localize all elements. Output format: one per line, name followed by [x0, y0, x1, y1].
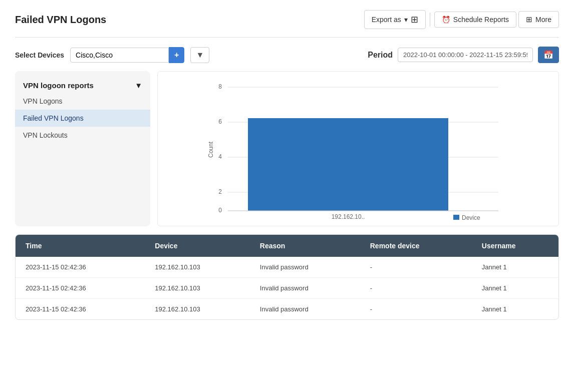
sidebar-collapse-icon: ▼	[135, 81, 142, 90]
cell-remote-device: -	[360, 278, 472, 299]
device-input-wrapper: +	[70, 47, 184, 63]
table-header-row: Time Device Reason Remote device Usernam…	[16, 235, 558, 257]
svg-text:192.162.10..: 192.162.10..	[332, 213, 365, 220]
sidebar-item-vpn-logons[interactable]: VPN Logons	[15, 93, 150, 110]
schedule-reports-label: Schedule Reports	[453, 16, 509, 24]
chart-container: 8 6 4 2 0 Count	[168, 80, 548, 220]
period-wrapper: Period 📅	[368, 47, 559, 63]
filter-icon: ▼	[196, 51, 204, 59]
col-time: Time	[16, 235, 145, 257]
chart-svg: 8 6 4 2 0 Count	[168, 80, 548, 220]
svg-text:Device: Device	[462, 214, 480, 220]
svg-rect-13	[453, 215, 459, 220]
add-device-button[interactable]: +	[169, 47, 184, 63]
chart-bar	[248, 118, 448, 211]
sidebar-item-failed-vpn-logons[interactable]: Failed VPN Logons	[15, 110, 150, 127]
col-remote-device: Remote device	[360, 235, 472, 257]
cell-device: 192.162.10.103	[145, 257, 250, 278]
sidebar-section-title: VPN logoon reports	[23, 81, 94, 90]
svg-text:0: 0	[218, 207, 222, 214]
device-input[interactable]	[70, 48, 169, 63]
table-row: 2023-11-15 02:42:36 192.162.10.103 Inval…	[16, 257, 558, 278]
table-row: 2023-11-15 02:42:36 192.162.10.103 Inval…	[16, 299, 558, 320]
main-content: VPN logoon reports ▼ VPN Logons Failed V…	[15, 71, 559, 226]
svg-text:6: 6	[218, 118, 222, 125]
cell-username: Jannet 1	[472, 257, 558, 278]
sidebar-item-label: Failed VPN Logons	[23, 114, 84, 122]
select-devices-label: Select Devices	[15, 51, 64, 59]
schedule-reports-button[interactable]: ⏰ Schedule Reports	[434, 12, 516, 28]
cell-reason: Invalid password	[250, 278, 360, 299]
cell-time: 2023-11-15 02:42:36	[16, 257, 145, 278]
page-header: Failed VPN Logons Export as ▾ ⊞ ⏰ Schedu…	[15, 10, 559, 38]
export-icon: ⊞	[411, 14, 418, 25]
data-table: Time Device Reason Remote device Usernam…	[16, 235, 558, 319]
calendar-icon: 📅	[543, 51, 553, 59]
alarm-icon: ⏰	[442, 16, 450, 24]
cell-device: 192.162.10.103	[145, 278, 250, 299]
more-grid-icon: ⊞	[526, 15, 532, 24]
toolbar: Select Devices + ▼ Period 📅	[15, 47, 559, 63]
export-button[interactable]: Export as ▾ ⊞	[364, 10, 426, 29]
cell-username: Jannet 1	[472, 278, 558, 299]
sidebar: VPN logoon reports ▼ VPN Logons Failed V…	[15, 71, 150, 226]
period-label: Period	[368, 51, 393, 60]
cell-device: 192.162.10.103	[145, 299, 250, 320]
sidebar-item-label: VPN Logons	[23, 97, 63, 105]
cell-time: 2023-11-15 02:42:36	[16, 278, 145, 299]
col-device: Device	[145, 235, 250, 257]
sidebar-item-label: VPN Lockouts	[23, 131, 68, 139]
cell-remote-device: -	[360, 257, 472, 278]
col-username: Username	[472, 235, 558, 257]
svg-text:4: 4	[218, 153, 222, 160]
svg-text:8: 8	[218, 83, 222, 90]
cell-username: Jannet 1	[472, 299, 558, 320]
chart-area: 8 6 4 2 0 Count	[157, 71, 559, 226]
export-dropdown-icon: ▾	[404, 16, 408, 24]
page-title: Failed VPN Logons	[15, 14, 106, 26]
more-button[interactable]: ⊞ More	[518, 11, 559, 28]
cell-reason: Invalid password	[250, 299, 360, 320]
filter-button[interactable]: ▼	[190, 47, 209, 63]
sidebar-item-vpn-lockouts[interactable]: VPN Lockouts	[15, 127, 150, 144]
export-label: Export as	[372, 16, 401, 24]
table-row: 2023-11-15 02:42:36 192.162.10.103 Inval…	[16, 278, 558, 299]
svg-text:2: 2	[218, 188, 222, 195]
calendar-button[interactable]: 📅	[538, 47, 559, 63]
cell-reason: Invalid password	[250, 257, 360, 278]
cell-remote-device: -	[360, 299, 472, 320]
period-range-input[interactable]	[398, 48, 533, 62]
header-actions: Export as ▾ ⊞ ⏰ Schedule Reports ⊞ More	[364, 10, 559, 29]
col-reason: Reason	[250, 235, 360, 257]
header-divider	[430, 13, 430, 27]
sidebar-section-header[interactable]: VPN logoon reports ▼	[15, 78, 150, 93]
svg-text:Count: Count	[207, 141, 214, 158]
cell-time: 2023-11-15 02:42:36	[16, 299, 145, 320]
table-wrapper: Time Device Reason Remote device Usernam…	[15, 234, 559, 320]
more-label: More	[535, 16, 551, 24]
